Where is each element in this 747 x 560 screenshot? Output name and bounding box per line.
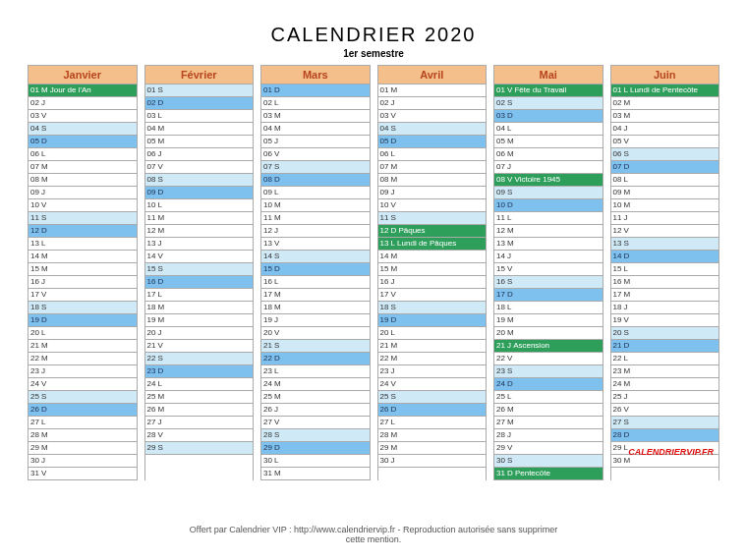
day-label: 20 L [30, 327, 46, 339]
day-cell: 21 JAscension [494, 340, 603, 353]
month-column: Mars01 D02 L03 M04 M05 J06 V07 S08 D09 L… [260, 65, 371, 480]
day-label: 22 V [496, 353, 512, 364]
day-cell: 20 M [494, 327, 603, 340]
day-label: 28 M [380, 429, 398, 441]
day-label: 28 V [147, 429, 163, 441]
holiday-name: Fête du Travail [514, 84, 566, 96]
day-cell: 01 LLundi de Pentecôte [611, 84, 719, 97]
day-cell: 04 S [378, 123, 487, 136]
day-label: 20 J [147, 327, 162, 339]
day-cell: 03 D [494, 110, 603, 123]
day-label: 18 S [30, 302, 46, 313]
day-label: 27 V [263, 417, 279, 428]
day-cell: 20 V [261, 327, 370, 340]
day-label: 26 J [263, 404, 278, 416]
day-cell: 08 M [378, 174, 487, 187]
day-cell: 14 V [145, 251, 254, 263]
day-cell: 14 S [261, 251, 370, 263]
day-cell: 07 J [494, 161, 603, 174]
day-label: 19 J [263, 314, 278, 326]
day-label: 07 M [380, 161, 398, 173]
day-cell: 07 V [145, 161, 254, 174]
day-label: 04 M [263, 123, 281, 135]
day-cell: 21 M [29, 340, 137, 353]
day-cell: 17 L [145, 289, 254, 302]
day-cell: 16 M [611, 276, 719, 289]
day-cell: 05 M [145, 136, 254, 148]
day-cell: 14 M [378, 251, 487, 263]
day-cell: 03 M [611, 110, 719, 123]
day-cell: 12 J [261, 225, 370, 238]
day-cell: 07 M [29, 161, 137, 174]
month-column: Février01 S02 D03 L04 M05 M06 J07 V08 S0… [144, 65, 255, 480]
holiday-name: Jour de l'An [50, 84, 91, 96]
day-cell: 09 M [611, 187, 719, 199]
day-cell: 02 S [494, 97, 603, 110]
day-cell: 17 M [611, 289, 719, 302]
day-cell: 28 J [494, 429, 603, 442]
day-cell: 28 V [145, 429, 254, 442]
day-cell: 08 VVictoire 1945 [494, 174, 603, 187]
day-cell: 22 S [145, 353, 254, 365]
day-cell: 01 M [378, 84, 487, 97]
day-label: 12 D [380, 225, 397, 237]
day-label: 27 L [380, 417, 396, 428]
day-label: 08 M [380, 174, 398, 186]
day-cell: 21 M [378, 340, 487, 353]
day-label: 19 M [147, 314, 165, 326]
day-label: 13 M [496, 238, 514, 250]
day-label: 07 M [30, 161, 48, 173]
day-label: 19 D [30, 314, 47, 326]
day-label: 17 L [147, 289, 163, 301]
day-label: 20 L [380, 327, 396, 339]
day-cell: 25 L [494, 391, 603, 404]
month-header: Juin [611, 66, 719, 84]
day-cell: 23 L [261, 365, 370, 378]
day-label: 12 D [30, 225, 47, 237]
day-cell: 11 L [494, 212, 603, 225]
day-label: 05 D [30, 136, 47, 147]
day-label: 26 M [496, 404, 514, 416]
day-cell: 25 M [145, 391, 254, 404]
day-label: 05 M [496, 136, 514, 147]
day-label: 21 V [147, 340, 163, 352]
holiday-name: Ascension [513, 340, 549, 352]
day-cell: 30 S [494, 455, 603, 468]
day-label: 30 J [30, 455, 45, 467]
day-label: 21 S [263, 340, 279, 352]
day-cell: 18 L [494, 302, 603, 314]
month-header: Mai [494, 66, 603, 84]
day-label: 06 L [30, 148, 46, 160]
day-label: 08 S [147, 174, 163, 186]
day-label: 26 V [613, 404, 629, 416]
day-cell: 27 J [145, 417, 254, 429]
day-label: 29 V [496, 442, 512, 454]
day-cell: 25 M [261, 391, 370, 404]
day-label: 02 J [30, 97, 45, 109]
day-cell: 19 D [29, 314, 137, 327]
day-label: 27 L [30, 417, 46, 428]
day-cell: 10 V [378, 199, 487, 212]
day-cell: 10 L [145, 199, 254, 212]
day-label: 14 S [263, 251, 279, 262]
day-cell: 23 S [494, 365, 603, 378]
month-header: Mars [261, 66, 370, 84]
day-label: 20 S [613, 327, 629, 339]
day-label: 27 M [496, 417, 514, 428]
day-cell: 29 V [494, 442, 603, 455]
day-cell: 23 M [611, 365, 719, 378]
day-cell: 15 L [611, 263, 719, 276]
day-label: 17 D [496, 289, 513, 301]
month-header: Janvier [29, 66, 137, 84]
month-column: Janvier01 MJour de l'An02 J03 V04 S05 D0… [28, 65, 138, 480]
day-cell: 09 S [494, 187, 603, 199]
day-label: 07 S [263, 161, 279, 173]
day-cell: 05 D [378, 136, 487, 148]
day-cell: 01 MJour de l'An [29, 84, 137, 97]
day-cell: 19 M [494, 314, 603, 327]
day-label: 24 V [30, 378, 46, 390]
day-label: 07 J [496, 161, 511, 173]
day-cell: 05 D [29, 136, 137, 148]
day-label: 12 M [147, 225, 165, 237]
day-cell: 17 M [261, 289, 370, 302]
